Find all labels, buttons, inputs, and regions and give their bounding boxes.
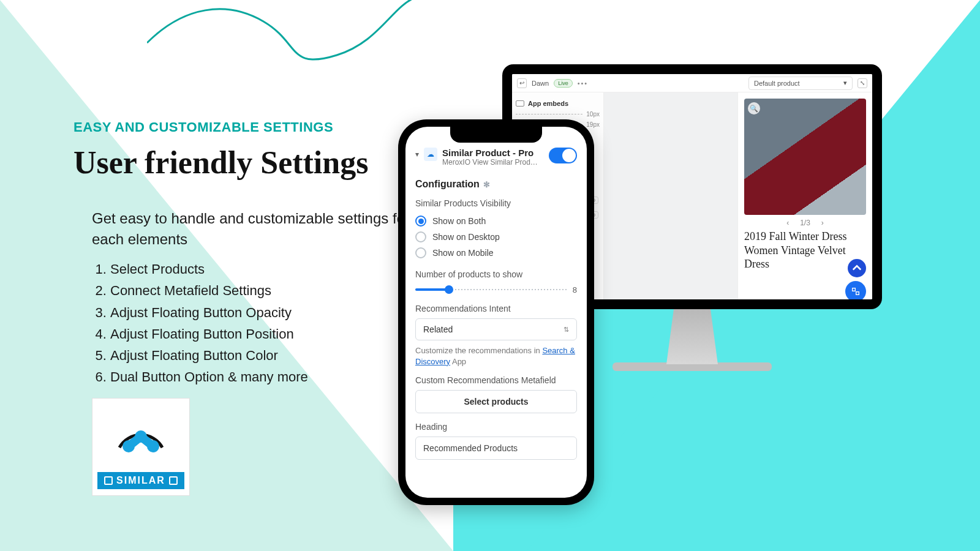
feature-list: Select Products Connect Metafield Settin… (74, 258, 417, 388)
svg-rect-4 (856, 292, 859, 295)
num-products-label: Number of products to show (415, 269, 577, 279)
feature-item: Adjust Floating Button Position (110, 323, 417, 345)
decorative-squiggle (147, 0, 417, 73)
slider-value: 8 (573, 285, 577, 294)
hero-subtext: Get easy to handle and customizable sett… (74, 208, 417, 249)
feature-item: Select Products (110, 258, 417, 280)
radio-option[interactable]: Show on Desktop (415, 229, 577, 245)
heading-label: Heading (415, 422, 577, 432)
visibility-label: Similar Products Visibility (415, 198, 577, 208)
list-icon (516, 100, 524, 107)
app-enable-toggle[interactable] (549, 148, 577, 163)
sidebar-heading: App embeds (528, 100, 568, 107)
radio-option[interactable]: Show on Mobile (415, 245, 577, 261)
feature-item: Adjust Floating Button Opacity (110, 302, 417, 323)
num-products-slider[interactable] (415, 284, 568, 295)
intent-hint: Customize the recommendations in Search … (415, 345, 577, 367)
zoom-icon[interactable]: 🔍 (748, 102, 760, 114)
brand-badge-label: SIMILAR (116, 475, 165, 486)
hero-copy: EASY AND CUSTOMIZABLE SETTINGS User frie… (74, 119, 417, 388)
product-image: 🔍 (744, 99, 866, 215)
metafield-label: Custom Recommendations Metafield (415, 375, 577, 385)
product-preview: 🔍 ‹ 1/3 › 2019 Fall Winter Dress Women V… (737, 92, 872, 299)
hero-headline: User friendly Settings (74, 144, 417, 181)
preview-icon[interactable]: ⤡ (858, 78, 867, 88)
app-embed-subtitle: MeroxIO View Similar Prod… (442, 158, 544, 167)
intent-select[interactable]: Related ⇅ (415, 318, 577, 340)
select-products-button[interactable]: Select products (415, 390, 577, 413)
app-embed-title: Similar Product - Pro (442, 148, 544, 158)
more-menu-icon[interactable]: ••• (578, 80, 589, 87)
svg-rect-3 (853, 288, 856, 291)
feature-item: Dual Button Option & many more (110, 366, 417, 388)
theme-name: Dawn (532, 80, 549, 87)
app-icon: ☁ (424, 148, 437, 161)
brand-badge: SIMILAR (92, 398, 190, 496)
gear-icon: ✻ (483, 180, 490, 189)
chevron-down-icon[interactable]: ▾ (415, 150, 419, 159)
mobile-preview: ▾ ☁ Similar Product - Pro MeroxIO View S… (398, 119, 594, 505)
page-select[interactable]: Default product ▾ (748, 77, 853, 90)
brand-logo-icon (110, 405, 172, 466)
chevron-down-icon: ▾ (843, 79, 847, 87)
similar-fab[interactable] (845, 281, 866, 299)
next-icon[interactable]: › (821, 219, 824, 227)
scroll-up-fab[interactable] (848, 259, 866, 277)
nav-back-icon[interactable]: ↩ (517, 78, 527, 88)
hero-eyebrow: EASY AND CUSTOMIZABLE SETTINGS (74, 119, 417, 135)
feature-item: Adjust Floating Button Color (110, 345, 417, 366)
intent-value: Related (423, 324, 453, 334)
image-counter: 1/3 (800, 219, 810, 227)
intent-label: Recommendations Intent (415, 304, 577, 313)
editor-canvas (604, 92, 737, 299)
prev-icon[interactable]: ‹ (786, 219, 789, 227)
section-title: Configuration (415, 179, 480, 190)
heading-input[interactable]: Recommended Products (415, 437, 577, 460)
page-select-value: Default product (754, 80, 800, 87)
select-arrows-icon: ⇅ (564, 326, 569, 334)
phone-notch (450, 127, 542, 143)
radio-option[interactable]: Show on Both (415, 213, 577, 229)
feature-item: Connect Metafield Settings (110, 280, 417, 301)
status-badge: Live (554, 79, 573, 88)
